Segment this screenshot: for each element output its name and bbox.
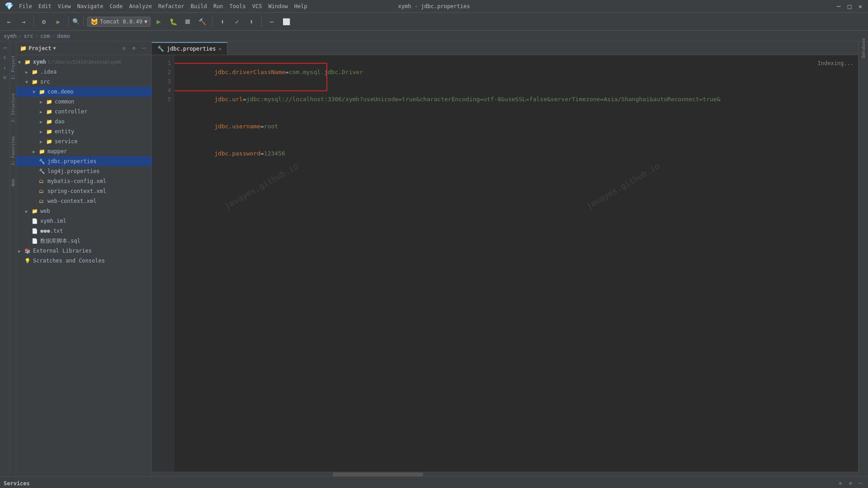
folder-icon-mapper: 📁: [39, 149, 46, 155]
folder-icon-entity: 📁: [46, 129, 53, 135]
vcs-update-button[interactable]: ⬇: [216, 15, 229, 28]
tomcat-label: Tomcat 8.0.49: [100, 19, 142, 25]
services-expand-btn[interactable]: ⊕: [836, 479, 844, 488]
tree-item-extlibs[interactable]: ▶ 📚 External Libraries: [16, 246, 151, 256]
tree-item-log4j[interactable]: 🔧 log4j.properties: [16, 166, 151, 176]
menu-run[interactable]: Run: [213, 3, 223, 9]
tab-bar: 🔧 jdbc.properties ✕: [152, 42, 858, 55]
tree-item-txt[interactable]: 📄 ●●●.txt: [16, 226, 151, 236]
breadcrumb: xymh › src › com › demo: [0, 31, 868, 42]
menu-code[interactable]: Code: [110, 3, 123, 9]
vertical-labels: 1: Project 2: Structure 2: Favorites Web: [10, 42, 16, 476]
tree-item-mybatis[interactable]: 🗂 mybatis-config.xml: [16, 176, 151, 186]
menu-build[interactable]: Build: [191, 3, 207, 9]
build-button[interactable]: 🔨: [196, 15, 208, 28]
panel-scroll-btn[interactable]: ◎: [120, 44, 128, 52]
tree-item-common[interactable]: ▶ 📁 common: [16, 97, 151, 107]
tree-item-entity[interactable]: ▶ 📁 entity: [16, 127, 151, 136]
tree-item-service[interactable]: ▶ 📁 service: [16, 136, 151, 146]
menu-file[interactable]: File: [19, 3, 32, 9]
run-button[interactable]: ▶: [152, 15, 165, 28]
structure-tab[interactable]: 2: Structure: [11, 93, 15, 122]
toolbar-sep-2: [68, 16, 69, 27]
folder-icon-comdemo: 📁: [39, 89, 46, 95]
maximize-button[interactable]: □: [846, 3, 853, 9]
menu-edit[interactable]: Edit: [38, 3, 52, 9]
tree-item-src[interactable]: ▼ 📁 src: [16, 77, 151, 87]
menu-view[interactable]: View: [58, 3, 71, 9]
project-tab[interactable]: 1: Project: [11, 55, 15, 80]
tree-item-jdbc[interactable]: 🔧 jdbc.properties: [16, 156, 151, 166]
expand-button[interactable]: ⬜: [280, 15, 292, 28]
run-manager-button[interactable]: ⋯: [265, 15, 278, 28]
breadcrumb-part-3[interactable]: com: [40, 33, 50, 39]
folder-icon-web: 📁: [32, 208, 39, 214]
services-settings-btn[interactable]: ⚙: [846, 479, 854, 488]
minimize-button[interactable]: ─: [835, 3, 842, 9]
services-minimize-btn[interactable]: ─: [856, 479, 864, 488]
folder-icon-idea: 📁: [32, 69, 39, 75]
breadcrumb-part-2[interactable]: src: [24, 33, 33, 39]
panel-minimize-btn[interactable]: ─: [140, 44, 148, 52]
tree-item-mapper[interactable]: ▶ 📁 mapper: [16, 146, 151, 156]
tree-item-web[interactable]: ▶ 📁 web: [16, 206, 151, 216]
menu-analyze[interactable]: Analyze: [129, 3, 152, 9]
folder-icon-common: 📁: [46, 99, 53, 105]
code-editor[interactable]: jdbc.driverClassName=com.mysql.jdbc.Driv…: [175, 55, 858, 472]
menu-bar[interactable]: File Edit View Navigate Code Analyze Ref…: [19, 3, 307, 9]
toolbar-settings-button[interactable]: ⚙: [38, 15, 50, 28]
vcs-push-button[interactable]: ⬆: [245, 15, 258, 28]
scrollbar-thumb[interactable]: [333, 473, 423, 476]
toolbar-run-config-button[interactable]: ▶: [52, 15, 65, 28]
debug-button[interactable]: 🐛: [167, 15, 179, 28]
main-layout: 1 S ★ W 1: Project 2: Structure 2: Favor…: [0, 42, 868, 476]
services-title: Services: [4, 480, 30, 487]
title-bar-controls[interactable]: ─ □ ✕: [835, 3, 863, 9]
close-button[interactable]: ✕: [857, 3, 863, 9]
favorites-tab[interactable]: 2: Favorites: [11, 136, 15, 165]
tree-item-spring[interactable]: 🗂 spring-context.xml: [16, 186, 151, 196]
tab-close-button[interactable]: ✕: [218, 46, 222, 52]
services-header-buttons[interactable]: ⊕ ⚙ ─: [836, 479, 864, 488]
menu-refactor[interactable]: Refactor: [158, 3, 184, 9]
database-tool-button[interactable]: Database: [859, 43, 868, 52]
vcs-commit-button[interactable]: ✓: [231, 15, 243, 28]
tree-item-comdemo[interactable]: ▼ 📁 com.demo: [16, 87, 151, 97]
editor-scrollbar[interactable]: [152, 472, 858, 476]
tree-item-sql[interactable]: 📄 数据库脚本.sql: [16, 236, 151, 246]
menu-navigate[interactable]: Navigate: [77, 3, 104, 9]
tree-item-xymh[interactable]: ▼ 📁 xymh C:\Users\51414\Desktop\xymh: [16, 57, 151, 67]
favorites-tool-button[interactable]: ★: [0, 63, 9, 72]
tab-jdbc[interactable]: 🔧 jdbc.properties ✕: [152, 42, 227, 55]
stop-button[interactable]: ⏹: [181, 15, 194, 28]
tree-item-scratches[interactable]: 💡 Scratches and Consoles: [16, 256, 151, 266]
structure-tool-button[interactable]: S: [0, 53, 9, 62]
menu-tools[interactable]: Tools: [230, 3, 246, 9]
panel-options-btn[interactable]: ⚙: [130, 44, 138, 52]
title-bar-left: 💎 File Edit View Navigate Code Analyze R…: [5, 2, 307, 10]
breadcrumb-part-1[interactable]: xymh: [4, 33, 17, 39]
editor-content: 1 2 3 4 5 jdbc.driverClassName=com.mysql…: [152, 55, 858, 472]
tree-item-dao[interactable]: ▶ 📁 dao: [16, 117, 151, 127]
project-tool-button[interactable]: 1: [0, 43, 9, 52]
menu-window[interactable]: Window: [268, 3, 288, 9]
tree-item-idea[interactable]: ▶ 📁 .idea: [16, 67, 151, 77]
web-tool-button[interactable]: W: [0, 73, 9, 82]
dropdown-icon[interactable]: ▼: [53, 46, 56, 51]
tree-item-xymhiml[interactable]: 📄 xymh.iml: [16, 216, 151, 226]
file-icon-log4j: 🔧: [39, 169, 46, 174]
toolbar-forward-button[interactable]: →: [17, 15, 30, 28]
toolbar: ← → ⚙ ▶ 🔍 🐱 Tomcat 8.0.49 ▼ ▶ 🐛 ⏹ 🔨 ⬇ ✓ …: [0, 13, 868, 31]
tomcat-dropdown[interactable]: 🐱 Tomcat 8.0.49 ▼: [87, 17, 151, 27]
breadcrumb-part-4[interactable]: demo: [57, 33, 70, 39]
menu-vcs[interactable]: VCS: [252, 3, 262, 9]
tree-item-controller[interactable]: ▶ 📁 controller: [16, 107, 151, 117]
web-tab[interactable]: Web: [11, 179, 15, 186]
project-panel-title: 📁 Project ▼: [20, 45, 56, 52]
menu-help[interactable]: Help: [294, 3, 307, 9]
tree-item-web-context[interactable]: 🗂 web-context.xml: [16, 196, 151, 206]
code-line-1: jdbc.driverClassName=com.mysql.jdbc.Driv…: [179, 59, 858, 86]
panel-actions[interactable]: ◎ ⚙ ─: [120, 44, 148, 52]
services-panel: Services ⊕ ⚙ ─ ≡ ≣ ⊞ ▽ ⊡ + ▼ 🔧 Tomcat Se…: [0, 476, 868, 488]
toolbar-back-button[interactable]: ←: [3, 15, 15, 28]
